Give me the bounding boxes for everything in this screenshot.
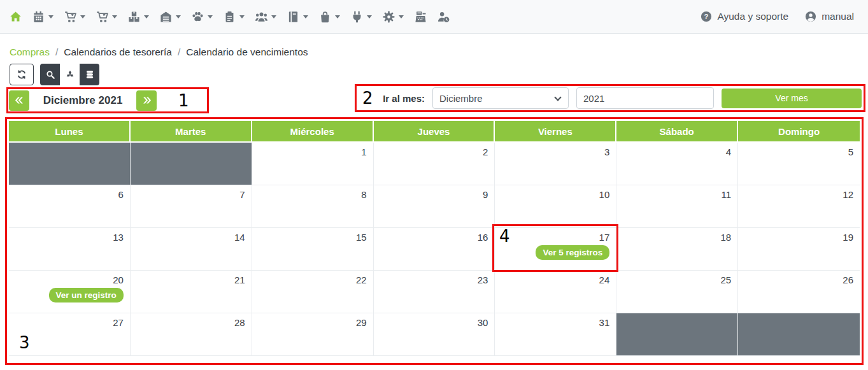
database-icon — [85, 70, 94, 79]
day-number: 25 — [720, 274, 731, 287]
day-number: 15 — [356, 231, 367, 244]
nav-user-clock[interactable] — [438, 0, 450, 34]
gear-icon — [383, 11, 395, 23]
day-number: 4 — [726, 146, 731, 159]
month-title: Diciembre 2021 — [29, 94, 136, 107]
user-clock-icon — [438, 11, 450, 23]
nav-paw[interactable] — [192, 0, 213, 34]
calendar-cell: 8 — [252, 185, 374, 228]
calendar-cell: 4 — [616, 143, 738, 185]
refresh-icon — [17, 69, 27, 80]
warehouse-icon — [160, 11, 172, 23]
refresh-button[interactable] — [10, 64, 34, 85]
nav-gear[interactable] — [383, 0, 404, 34]
nav-warehouse[interactable] — [160, 0, 181, 34]
nav-clipboard[interactable] — [224, 0, 245, 34]
calendar-cell: 2 — [374, 143, 495, 185]
calendar-cell: 9 — [374, 185, 495, 228]
nav-plug[interactable] — [351, 0, 372, 34]
nav-cart-plus[interactable] — [64, 0, 85, 34]
day-number: 30 — [478, 317, 488, 329]
nav-cart-star[interactable] — [96, 0, 117, 34]
month-select-wrap: Diciembre — [432, 87, 569, 109]
calendar-grid: LunesMartesMiércolesJuevesViernesSábadoD… — [9, 121, 860, 356]
calendar-cell: 13 — [9, 228, 131, 271]
breadcrumb: Compras/Calendarios de tesorería/Calenda… — [10, 46, 308, 58]
calendar-cell — [131, 143, 252, 185]
calendar-cell: 21 — [131, 271, 252, 313]
calendar-cell: 5 — [738, 143, 860, 185]
book-icon — [287, 11, 299, 23]
toolbar-search-button[interactable] — [40, 64, 60, 85]
view-month-button[interactable]: Ver mes — [722, 89, 862, 108]
nav-users[interactable] — [255, 0, 276, 34]
day-number: 17 — [599, 231, 610, 244]
day-number: 3 — [604, 146, 609, 159]
calendar-cell: 14 — [131, 228, 252, 271]
nav-home[interactable] — [10, 0, 22, 34]
shopping-bag-icon — [319, 11, 331, 23]
calendar-icon — [32, 11, 45, 23]
calendar-cell — [738, 313, 860, 356]
nav-cash-register[interactable] — [415, 0, 427, 34]
calendar-cell: 24 — [495, 271, 616, 313]
nav-calendar[interactable] — [32, 0, 53, 34]
help-link[interactable]: ? Ayuda y soporte — [701, 11, 788, 22]
calendar-cell: 29 — [252, 313, 374, 356]
caret-down-icon — [48, 15, 53, 21]
annotation-box-3: LunesMartesMiércolesJuevesViernesSábadoD… — [5, 117, 864, 365]
day-header: Viernes — [495, 121, 616, 143]
nav-book[interactable] — [287, 0, 308, 34]
next-month-button[interactable] — [136, 90, 157, 111]
day-number: 12 — [843, 189, 853, 201]
calendar-cell: 18 — [616, 228, 738, 271]
toolbar-database-button[interactable] — [80, 64, 99, 85]
breadcrumb-item: Calendarios de tesorería — [64, 46, 172, 58]
users-icon — [255, 11, 267, 23]
toolbar-button-group — [40, 64, 99, 85]
day-number: 21 — [234, 274, 245, 287]
view-records-button[interactable]: Ver un registro — [49, 288, 124, 302]
clipboard-icon — [224, 11, 236, 23]
annotation-box-1: Diciembre 2021 1 — [6, 87, 209, 113]
day-header: Martes — [131, 121, 252, 143]
view-records-button[interactable]: Ver 5 registros — [536, 245, 609, 260]
recycle-icon — [66, 70, 75, 79]
calendar-cell: 16 — [374, 228, 495, 271]
account-link[interactable]: manual — [805, 11, 854, 22]
day-number: 8 — [361, 189, 366, 201]
day-number: 22 — [356, 274, 367, 287]
calendar-cell: 3 — [495, 143, 616, 185]
main-nav — [10, 0, 450, 34]
annotation-label-3: 3 — [19, 334, 30, 351]
nav-shopping-bag[interactable] — [319, 0, 340, 34]
chevrons-right-icon — [142, 96, 152, 105]
home-icon — [10, 11, 22, 23]
caret-down-icon — [112, 15, 117, 21]
calendar-cell: 19 — [738, 228, 860, 271]
breadcrumb-item[interactable]: Compras — [10, 46, 50, 58]
svg-text:?: ? — [704, 13, 709, 20]
year-input[interactable] — [576, 87, 714, 109]
topbar: ? Ayuda y soporte manual — [0, 0, 868, 34]
question-circle-icon: ? — [701, 11, 712, 22]
calendar-cell: 12 — [738, 185, 860, 228]
caret-down-icon — [239, 15, 245, 21]
toolbar-recycle-button[interactable] — [60, 64, 80, 85]
breadcrumb-separator: / — [178, 46, 180, 58]
day-number: 27 — [113, 317, 124, 329]
day-header: Miércoles — [252, 121, 374, 143]
nav-boxes[interactable] — [128, 0, 149, 34]
calendar-cell: 22 — [252, 271, 374, 313]
cash-register-icon — [415, 11, 427, 23]
day-number: 1 — [361, 146, 366, 159]
search-icon — [46, 70, 55, 79]
calendar-cell: 26 — [738, 271, 860, 313]
month-select[interactable]: Diciembre — [432, 87, 569, 109]
prev-month-button[interactable] — [9, 90, 29, 111]
day-number: 18 — [720, 231, 731, 244]
day-number: 29 — [356, 317, 367, 329]
help-label: Ayuda y soporte — [717, 11, 788, 22]
calendar-cell: 31 — [495, 313, 616, 356]
caret-down-icon — [399, 15, 404, 21]
